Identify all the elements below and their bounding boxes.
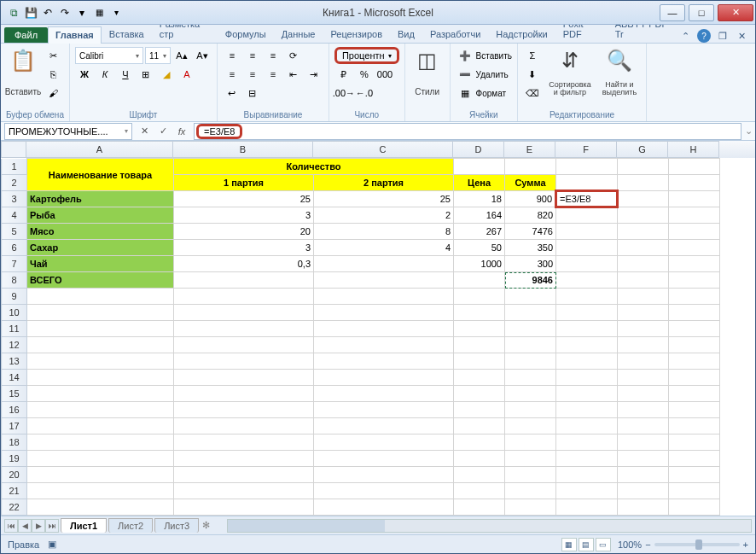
- row-header[interactable]: 13: [2, 353, 27, 370]
- sheet-tab-2[interactable]: Лист2: [108, 518, 153, 533]
- cell[interactable]: [454, 337, 505, 353]
- cell[interactable]: [618, 240, 669, 256]
- column-header[interactable]: B: [173, 141, 313, 158]
- help-icon[interactable]: ?: [697, 29, 711, 43]
- horizontal-scrollbar[interactable]: [227, 519, 752, 533]
- cell[interactable]: [454, 451, 505, 467]
- cell[interactable]: [669, 321, 720, 337]
- cell[interactable]: [505, 451, 556, 467]
- cell[interactable]: [556, 159, 618, 175]
- sort-filter-button[interactable]: ⇵ Сортировка и фильтр: [545, 47, 595, 98]
- doc-close-icon[interactable]: ✕: [735, 29, 748, 43]
- row-header[interactable]: 4: [2, 207, 27, 224]
- font-color-icon[interactable]: A: [177, 66, 196, 83]
- cell[interactable]: [314, 451, 454, 467]
- cell[interactable]: [174, 337, 314, 353]
- zoom-out-icon[interactable]: −: [645, 539, 650, 550]
- cell[interactable]: 20: [174, 224, 314, 240]
- cell[interactable]: [556, 224, 618, 240]
- column-header[interactable]: F: [555, 141, 617, 158]
- column-header[interactable]: G: [617, 141, 668, 158]
- column-header[interactable]: A: [26, 141, 173, 158]
- zoom-in-icon[interactable]: +: [743, 539, 748, 550]
- cell[interactable]: [314, 418, 454, 434]
- font-size-select[interactable]: 11: [145, 47, 171, 64]
- cell[interactable]: [174, 321, 314, 337]
- cell[interactable]: [556, 483, 618, 499]
- cell[interactable]: [556, 240, 618, 256]
- tab-developer[interactable]: Разработчи: [422, 26, 488, 43]
- row-header[interactable]: 1: [2, 159, 27, 175]
- format-label[interactable]: Формат: [476, 89, 507, 98]
- tab-review[interactable]: Рецензиров: [323, 26, 390, 43]
- styles-button[interactable]: ◫ Стили: [410, 47, 445, 98]
- row-header[interactable]: 14: [2, 370, 27, 386]
- sheet-grid[interactable]: 1Наименование товараКоличество21 партия2…: [1, 158, 720, 516]
- format-painter-icon[interactable]: 🖌: [44, 85, 62, 102]
- cell[interactable]: [454, 353, 505, 370]
- cell[interactable]: [27, 305, 174, 321]
- file-tab[interactable]: Файл: [4, 27, 48, 43]
- cell[interactable]: [174, 467, 314, 483]
- row-header[interactable]: 9: [2, 289, 27, 305]
- indent-dec-icon[interactable]: ⇤: [284, 66, 303, 83]
- cell[interactable]: [556, 321, 618, 337]
- align-center-icon[interactable]: ≡: [243, 66, 262, 83]
- cell[interactable]: [454, 418, 505, 434]
- cell[interactable]: [454, 370, 505, 386]
- format-cell-icon[interactable]: ▦: [456, 85, 474, 102]
- percent-icon[interactable]: %: [355, 66, 374, 83]
- tab-first-icon[interactable]: ⏮: [4, 519, 18, 533]
- cell[interactable]: [505, 467, 556, 483]
- close-button[interactable]: ✕: [718, 4, 753, 21]
- cell[interactable]: [505, 305, 556, 321]
- bold-icon[interactable]: Ж: [75, 66, 94, 83]
- cell[interactable]: Наименование товара: [27, 159, 174, 191]
- row-header[interactable]: 12: [2, 337, 27, 353]
- cell[interactable]: [314, 272, 454, 289]
- align-left-icon[interactable]: ≡: [223, 66, 241, 83]
- cell[interactable]: [618, 159, 669, 175]
- cell[interactable]: 2: [314, 207, 454, 224]
- cell[interactable]: [618, 272, 669, 289]
- row-header[interactable]: 5: [2, 224, 27, 240]
- align-middle-icon[interactable]: ≡: [243, 47, 262, 64]
- cell[interactable]: [669, 240, 720, 256]
- cell[interactable]: [505, 159, 556, 175]
- cell[interactable]: [669, 434, 720, 451]
- cell[interactable]: [556, 305, 618, 321]
- cell[interactable]: [669, 451, 720, 467]
- cell[interactable]: [314, 434, 454, 451]
- macro-record-icon[interactable]: ▣: [48, 539, 56, 550]
- cell[interactable]: [669, 386, 720, 402]
- cell[interactable]: [618, 402, 669, 418]
- expand-formula-bar-icon[interactable]: ⌄: [741, 125, 755, 137]
- cell[interactable]: [27, 353, 174, 370]
- column-header[interactable]: C: [313, 141, 453, 158]
- tab-view[interactable]: Вид: [390, 26, 422, 43]
- cell[interactable]: [454, 402, 505, 418]
- cell[interactable]: [669, 337, 720, 353]
- cell[interactable]: [618, 256, 669, 272]
- column-header[interactable]: H: [668, 141, 719, 158]
- cell[interactable]: [618, 175, 669, 191]
- tab-addins[interactable]: Надстройки: [488, 26, 555, 43]
- cell[interactable]: 900: [505, 191, 556, 207]
- cell[interactable]: [314, 353, 454, 370]
- cell[interactable]: [174, 353, 314, 370]
- cell[interactable]: [454, 434, 505, 451]
- name-box[interactable]: ПРОМЕЖУТОЧНЫЕ....: [4, 123, 132, 140]
- cell[interactable]: [505, 499, 556, 516]
- qat-extra1-icon[interactable]: ▦: [91, 5, 107, 20]
- cell[interactable]: [27, 467, 174, 483]
- view-page-layout-icon[interactable]: ▤: [579, 538, 594, 551]
- cancel-formula-icon[interactable]: ✕: [136, 123, 153, 140]
- cell[interactable]: [556, 337, 618, 353]
- cell[interactable]: 18: [454, 191, 505, 207]
- cell[interactable]: [27, 451, 174, 467]
- enter-formula-icon[interactable]: ✓: [154, 123, 172, 140]
- view-page-break-icon[interactable]: ▭: [596, 538, 611, 551]
- align-bottom-icon[interactable]: ≡: [264, 47, 282, 64]
- italic-icon[interactable]: К: [96, 66, 114, 83]
- cell[interactable]: [27, 289, 174, 305]
